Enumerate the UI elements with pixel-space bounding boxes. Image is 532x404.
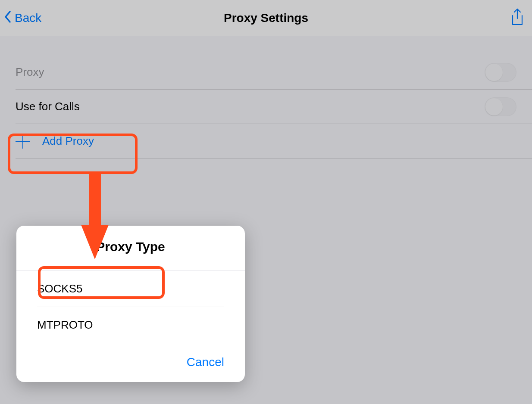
nav-bar: Back Proxy Settings [0, 0, 532, 36]
popup-cancel-button[interactable]: Cancel [16, 343, 245, 377]
row-proxy-label: Proxy [16, 65, 485, 79]
proxy-toggle[interactable] [485, 63, 516, 82]
share-button[interactable] [509, 9, 526, 28]
add-proxy-button[interactable]: Add Proxy [16, 124, 532, 158]
settings-list: Proxy Use for Calls Add Proxy [0, 36, 532, 158]
page-title: Proxy Settings [0, 11, 532, 25]
share-icon [510, 8, 525, 28]
popup-title: Proxy Type [16, 226, 245, 271]
calls-toggle[interactable] [485, 97, 516, 116]
row-proxy: Proxy [16, 55, 532, 90]
add-proxy-label: Add Proxy [42, 134, 94, 148]
popup-option-list: SOCKS5 MTPROTO [16, 271, 245, 343]
plus-icon [16, 134, 30, 149]
option-mtproto[interactable]: MTPROTO [37, 307, 224, 343]
chevron-left-icon [4, 11, 12, 25]
row-calls-label: Use for Calls [16, 100, 485, 113]
back-button[interactable]: Back [4, 11, 41, 25]
row-use-for-calls: Use for Calls [16, 90, 532, 124]
back-label: Back [15, 11, 41, 25]
option-socks5[interactable]: SOCKS5 [37, 271, 224, 307]
proxy-type-popup: Proxy Type SOCKS5 MTPROTO Cancel [16, 226, 245, 382]
